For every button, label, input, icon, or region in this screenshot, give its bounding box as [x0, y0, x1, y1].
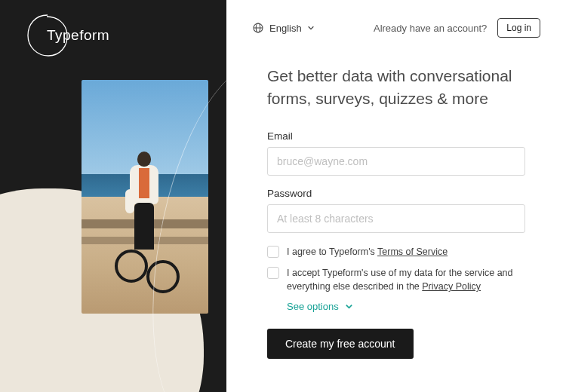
page-headline: Get better data with conversational form… — [267, 65, 525, 111]
privacy-text: I accept Typeform's use of my data for t… — [287, 266, 525, 293]
password-field[interactable] — [267, 204, 525, 233]
signup-panel: English Already have an account? Log in … — [226, 0, 566, 392]
chevron-down-icon — [345, 302, 353, 311]
brand-panel: Typeform — [0, 0, 226, 392]
language-label: English — [269, 23, 302, 34]
bicycle-illustration — [112, 227, 187, 302]
password-label: Password — [267, 188, 525, 199]
signup-content: Get better data with conversational form… — [252, 65, 540, 359]
globe-icon — [252, 22, 264, 34]
already-have-account-text: Already have an account? — [374, 23, 487, 34]
tos-prefix: I agree to Typeform's — [287, 247, 377, 257]
tos-text: I agree to Typeform's Terms of Service — [287, 245, 448, 259]
see-options-toggle[interactable]: See options — [287, 301, 525, 312]
hero-image — [82, 80, 208, 314]
privacy-link[interactable]: Privacy Policy — [422, 281, 481, 292]
create-account-button[interactable]: Create my free account — [267, 329, 414, 359]
app-frame: Typeform — [0, 0, 566, 392]
see-options-label: See options — [287, 301, 339, 312]
tos-row: I agree to Typeform's Terms of Service — [267, 245, 525, 259]
topbar-right: Already have an account? Log in — [374, 18, 540, 38]
brand-logo: Typeform — [47, 27, 109, 44]
language-selector[interactable]: English — [252, 22, 315, 34]
email-label: Email — [267, 130, 525, 142]
topbar: English Already have an account? Log in — [252, 18, 540, 38]
login-button[interactable]: Log in — [497, 18, 540, 38]
privacy-checkbox[interactable] — [267, 267, 279, 279]
tos-link[interactable]: Terms of Service — [377, 247, 448, 257]
email-field[interactable] — [267, 147, 525, 176]
tos-checkbox[interactable] — [267, 246, 279, 258]
privacy-row: I accept Typeform's use of my data for t… — [267, 266, 525, 293]
chevron-down-icon — [307, 24, 315, 32]
